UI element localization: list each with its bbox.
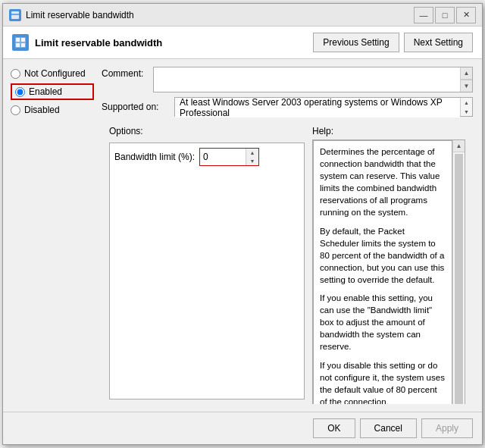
maximize-button[interactable]: □ bbox=[435, 7, 455, 23]
enabled-radio[interactable] bbox=[15, 87, 25, 97]
comment-wrapper: ▲ ▼ bbox=[153, 67, 473, 92]
dialog-title: Limit reservable bandwidth bbox=[35, 37, 162, 49]
cancel-button[interactable]: Cancel bbox=[360, 418, 417, 438]
minimize-button[interactable]: — bbox=[414, 7, 433, 23]
footer: OK Cancel Apply bbox=[3, 412, 482, 444]
bandwidth-row: Bandwidth limit (%): ▲ ▼ bbox=[114, 148, 299, 166]
window-title: Limit reservable bandwidth bbox=[26, 10, 414, 20]
scroll-up-arrow[interactable]: ▲ bbox=[461, 67, 472, 80]
dialog-header: Limit reservable bandwidth Previous Sett… bbox=[3, 27, 482, 59]
not-configured-label: Not Configured bbox=[24, 68, 86, 79]
spinner-up-button[interactable]: ▲ bbox=[246, 149, 258, 157]
spinner-buttons: ▲ ▼ bbox=[246, 149, 258, 165]
options-title: Options: bbox=[109, 126, 305, 136]
options-content: Bandwidth limit (%): ▲ ▼ bbox=[109, 143, 305, 399]
supported-scrollbar: ▲ ▼ bbox=[460, 98, 472, 116]
not-configured-radio[interactable] bbox=[11, 69, 20, 79]
bandwidth-label: Bandwidth limit (%): bbox=[114, 152, 195, 162]
header-left: Limit reservable bandwidth bbox=[12, 34, 162, 51]
help-para-3: If you enable this setting, you can use … bbox=[320, 292, 446, 352]
previous-setting-button[interactable]: Previous Setting bbox=[313, 33, 399, 52]
svg-rect-0 bbox=[11, 11, 19, 19]
comment-section: Comment: ▲ ▼ bbox=[102, 67, 473, 92]
help-scroll-thumb bbox=[455, 154, 463, 404]
help-scrollbar: ▲ ▼ bbox=[452, 140, 465, 404]
svg-rect-4 bbox=[21, 38, 25, 42]
enabled-label: Enabled bbox=[29, 86, 62, 97]
supported-section: Supported on: At least Windows Server 20… bbox=[102, 97, 473, 117]
main-window: Limit reservable bandwidth — □ ✕ Limit r… bbox=[2, 3, 483, 445]
comment-scrollbar: ▲ ▼ bbox=[460, 67, 472, 92]
title-bar: Limit reservable bandwidth — □ ✕ bbox=[3, 4, 482, 27]
supported-scroll-up[interactable]: ▲ bbox=[461, 98, 472, 107]
window-controls: — □ ✕ bbox=[414, 7, 476, 23]
policy-icon bbox=[12, 34, 29, 51]
main-area: Not Configured Enabled Disabled Comment: bbox=[3, 59, 482, 412]
supported-value: At least Windows Server 2003 operating s… bbox=[175, 98, 460, 117]
scroll-down-arrow[interactable]: ▼ bbox=[461, 80, 472, 92]
bottom-split: Options: Bandwidth limit (%): ▲ ▼ bbox=[102, 121, 473, 404]
ok-button[interactable]: OK bbox=[313, 418, 355, 438]
right-panel: Comment: ▲ ▼ Supported on: At least Wind… bbox=[102, 59, 482, 412]
disabled-option[interactable]: Disabled bbox=[11, 105, 94, 115]
radio-group: Not Configured Enabled Disabled bbox=[11, 68, 94, 115]
help-para-2: By default, the Packet Scheduler limits … bbox=[320, 225, 446, 286]
svg-rect-3 bbox=[16, 38, 20, 42]
left-panel: Not Configured Enabled Disabled bbox=[3, 59, 102, 412]
comment-label: Comment: bbox=[102, 68, 147, 79]
help-scroll-up[interactable]: ▲ bbox=[453, 140, 465, 152]
close-button[interactable]: ✕ bbox=[456, 7, 476, 23]
next-setting-button[interactable]: Next Setting bbox=[404, 33, 473, 52]
help-content: Determines the percentage of connection … bbox=[313, 140, 452, 404]
svg-rect-6 bbox=[21, 43, 25, 47]
bandwidth-input-wrap: ▲ ▼ bbox=[199, 148, 259, 166]
spinner-down-button[interactable]: ▼ bbox=[246, 157, 258, 165]
supported-wrapper: At least Windows Server 2003 operating s… bbox=[174, 97, 473, 117]
help-panel: Help: Determines the percentage of conne… bbox=[312, 121, 473, 404]
apply-button[interactable]: Apply bbox=[421, 418, 473, 438]
options-panel: Options: Bandwidth limit (%): ▲ ▼ bbox=[102, 121, 312, 404]
not-configured-option[interactable]: Not Configured bbox=[11, 68, 94, 79]
bandwidth-input[interactable] bbox=[200, 149, 246, 165]
disabled-label: Disabled bbox=[24, 105, 60, 115]
window-icon bbox=[9, 9, 21, 21]
supported-scroll-down[interactable]: ▼ bbox=[461, 107, 472, 116]
help-para-4: If you disable this setting or do not co… bbox=[320, 359, 446, 405]
disabled-radio[interactable] bbox=[11, 105, 20, 115]
comment-inner bbox=[154, 67, 460, 92]
svg-rect-5 bbox=[16, 43, 20, 47]
help-wrapper: Determines the percentage of connection … bbox=[312, 139, 465, 404]
nav-buttons: Previous Setting Next Setting bbox=[313, 33, 473, 52]
help-title: Help: bbox=[312, 126, 465, 136]
enabled-option[interactable]: Enabled bbox=[11, 83, 94, 100]
supported-label: Supported on: bbox=[102, 102, 168, 112]
help-para-1: Determines the percentage of connection … bbox=[320, 146, 446, 219]
